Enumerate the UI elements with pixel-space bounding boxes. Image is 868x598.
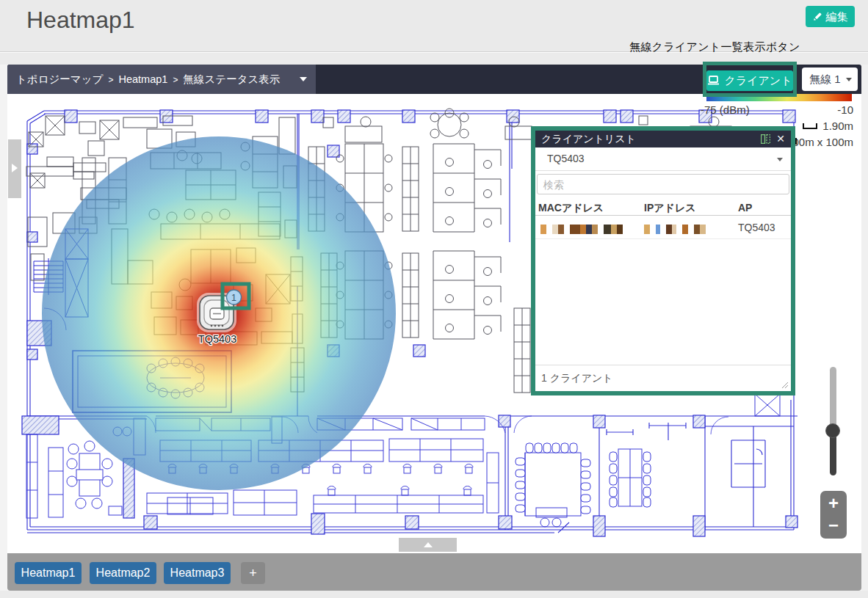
svg-text:TQ5403: TQ5403 [198, 333, 236, 345]
svg-text:1: 1 [231, 293, 236, 303]
